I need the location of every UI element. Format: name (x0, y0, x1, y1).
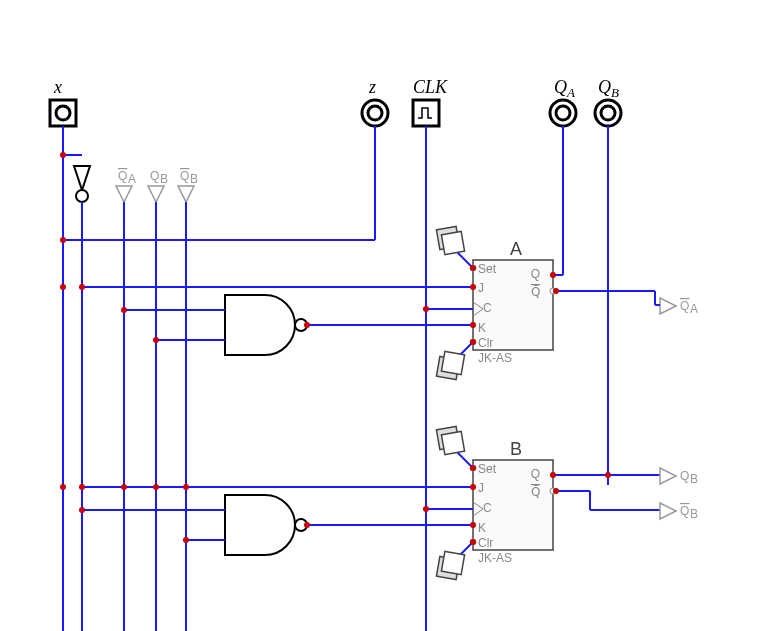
svg-point-65 (553, 288, 559, 294)
flipflop-b: B Set J C K Clr Q Q̄ JK-AS (470, 439, 556, 565)
svg-point-63 (550, 272, 556, 278)
svg-point-35 (304, 322, 310, 328)
svg-text:Clr: Clr (478, 336, 493, 350)
svg-point-74 (183, 537, 189, 543)
svg-point-117 (121, 484, 127, 490)
svg-text:K: K (478, 321, 486, 335)
svg-rect-57 (441, 231, 464, 254)
svg-point-116 (60, 484, 66, 490)
svg-point-1 (56, 106, 70, 120)
svg-point-115 (60, 284, 66, 290)
svg-text:JK-AS: JK-AS (478, 351, 512, 365)
svg-point-59 (470, 339, 476, 345)
svg-text:Q̄: Q̄ (531, 285, 540, 299)
svg-text:Set: Set (478, 262, 497, 276)
svg-text:B: B (190, 172, 198, 186)
svg-text:B: B (690, 472, 698, 486)
svg-point-76 (304, 522, 310, 528)
svg-text:B: B (160, 172, 168, 186)
flipflop-a-label: A (510, 239, 522, 259)
svg-text:C: C (483, 301, 492, 315)
svg-text:A: A (690, 302, 698, 316)
svg-point-106 (605, 472, 611, 478)
not-gate-x (63, 155, 90, 631)
switch-b-clr[interactable] (436, 539, 476, 580)
svg-text:Q: Q (531, 467, 540, 481)
svg-point-3 (368, 106, 382, 120)
switch-a-set[interactable] (436, 226, 476, 271)
svg-point-50 (470, 284, 476, 290)
svg-rect-98 (441, 431, 464, 454)
buffer-qb-bar: QB (660, 503, 698, 521)
svg-point-6 (556, 106, 570, 120)
svg-text:Q: Q (680, 469, 689, 483)
svg-text:J: J (478, 281, 484, 295)
svg-text:C: C (483, 501, 492, 515)
svg-point-26 (60, 237, 66, 243)
terminal-x[interactable] (50, 100, 76, 126)
svg-point-55 (470, 265, 476, 271)
svg-point-13 (60, 152, 66, 158)
svg-point-11 (76, 190, 88, 202)
svg-text:K: K (478, 521, 486, 535)
svg-point-31 (121, 307, 127, 313)
switch-a-clr[interactable] (436, 339, 476, 380)
svg-text:Q: Q (531, 267, 540, 281)
grey-inverter-qa: QA (116, 169, 136, 631)
terminal-qa[interactable] (550, 100, 576, 126)
grey-inverter-qb: QB (148, 169, 168, 631)
svg-rect-4 (413, 100, 439, 126)
svg-point-94 (470, 522, 476, 528)
terminal-z[interactable] (362, 100, 388, 126)
buffer-qb: QB (660, 468, 698, 486)
svg-point-52 (423, 306, 429, 312)
svg-point-72 (79, 507, 85, 513)
svg-text:Q: Q (180, 169, 189, 183)
svg-point-104 (550, 472, 556, 478)
svg-point-53 (470, 322, 476, 328)
grey-inverter-qbbar: QB (178, 169, 198, 631)
svg-rect-61 (441, 351, 464, 374)
label-z: z (368, 77, 376, 97)
svg-point-119 (183, 484, 189, 490)
svg-text:Clr: Clr (478, 536, 493, 550)
nand-gate-a (225, 295, 307, 355)
svg-text:JK-AS: JK-AS (478, 551, 512, 565)
svg-text:Q: Q (150, 169, 159, 183)
svg-point-49 (79, 284, 85, 290)
svg-text:A: A (128, 172, 136, 186)
flipflop-b-label: B (510, 439, 522, 459)
svg-text:Q̄: Q̄ (531, 485, 540, 499)
flipflop-a: A Set J C K Clr Q Q̄ JK-AS (470, 239, 556, 365)
svg-text:Q: Q (118, 169, 127, 183)
svg-point-110 (553, 488, 559, 494)
svg-text:B: B (690, 507, 698, 521)
svg-point-96 (470, 465, 476, 471)
nand-gate-b (225, 495, 307, 555)
svg-point-33 (153, 337, 159, 343)
terminal-clk[interactable] (413, 100, 439, 126)
label-clk: CLK (413, 77, 448, 97)
svg-point-93 (423, 506, 429, 512)
svg-point-8 (601, 106, 615, 120)
circuit-diagram: x z CLK QA QB QA QB QB A Set J C K Clr Q… (0, 0, 762, 631)
svg-point-90 (79, 484, 85, 490)
buffer-qa-bar: QA (660, 298, 698, 316)
label-x: x (53, 77, 62, 97)
svg-text:Q: Q (680, 299, 689, 313)
label-qb: QB (598, 77, 619, 100)
svg-text:Set: Set (478, 462, 497, 476)
terminal-qb[interactable] (595, 100, 621, 126)
svg-point-118 (153, 484, 159, 490)
svg-text:J: J (478, 481, 484, 495)
label-qa: QA (554, 77, 575, 100)
svg-point-91 (470, 484, 476, 490)
svg-rect-102 (441, 551, 464, 574)
switch-b-set[interactable] (436, 426, 476, 471)
svg-text:Q: Q (680, 504, 689, 518)
svg-point-100 (470, 539, 476, 545)
